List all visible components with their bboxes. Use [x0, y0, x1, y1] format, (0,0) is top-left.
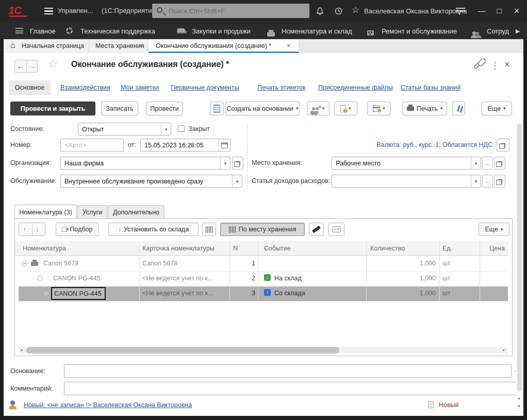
tab-nomenclature[interactable]: Номенклатура (3)	[14, 205, 77, 219]
cell-event[interactable]: Со склада	[274, 290, 362, 297]
basis-input[interactable]	[68, 367, 507, 375]
create-based-on-button[interactable]: Создать на основании▾	[225, 102, 300, 115]
numeric-input-button[interactable]: 0-9	[328, 223, 344, 236]
reports-menu-button[interactable]: ▾	[367, 102, 391, 115]
col-header-price[interactable]: Цена	[480, 245, 505, 252]
state-combo[interactable]: Открыт ▾	[78, 123, 171, 136]
by-storage-place-toggle[interactable]: По месту хранения	[220, 223, 305, 236]
more-menu-dots-icon[interactable]: ⋮	[490, 60, 499, 71]
organization-open-button[interactable]	[232, 157, 243, 170]
section-employees[interactable]: Сотруд	[472, 27, 476, 37]
cell-nomenclature[interactable]: CANON PG-445	[53, 275, 137, 282]
document-structure-button[interactable]	[210, 102, 224, 115]
forward-button[interactable]: →	[29, 62, 36, 70]
col-header-nomenclature[interactable]: Номенклатура	[23, 245, 66, 252]
dropdown-icon[interactable]: ▾	[471, 175, 481, 187]
nav-link-primary-documents[interactable]: Первичные документы	[171, 84, 239, 91]
cell-unit[interactable]: шт	[442, 260, 473, 267]
cell-quantity[interactable]: 1,000	[366, 260, 436, 267]
service-tools-button[interactable]	[452, 102, 465, 115]
ribbon-scroll-right-icon[interactable]: ▶	[516, 28, 520, 35]
close-window-button[interactable]: ×	[509, 4, 524, 18]
cell-card[interactable]: Canon 5678	[142, 260, 227, 267]
dropdown-icon[interactable]: ▾	[161, 123, 171, 135]
comment-input[interactable]	[68, 385, 518, 392]
write-button[interactable]: Записать	[101, 102, 138, 115]
cell-nomenclature[interactable]: CANON PG-445	[54, 290, 105, 297]
organization-combo[interactable]: Наша фирма ▾	[60, 157, 230, 170]
comment-field[interactable]	[64, 382, 522, 395]
nav-link-attached-files[interactable]: Присоединенные файлы	[318, 84, 393, 91]
favorites-star-icon[interactable]: ☆	[352, 5, 359, 15]
basis-field[interactable]	[64, 364, 512, 378]
maximize-button[interactable]: □	[492, 4, 506, 18]
cell-n[interactable]: 2	[229, 275, 255, 282]
cell-n[interactable]: 1	[229, 260, 255, 267]
expense-item-choose-button[interactable]: ...	[482, 175, 493, 188]
scanner-device-button[interactable]	[309, 223, 324, 236]
service-combo[interactable]: Внутреннее обслуживание произведено сраз…	[60, 175, 242, 188]
global-search[interactable]	[152, 4, 309, 18]
section-nomenclature-warehouse[interactable]: Номенклатура и склад	[267, 27, 275, 37]
currency-info-link[interactable]: Валюта: руб., курс: 1; Облагается НДС	[309, 141, 492, 148]
current-user-name[interactable]: Васелевская Оксана Викторовна	[364, 7, 467, 15]
datetime-field[interactable]: 15.05.2023 16:28:05	[140, 139, 230, 152]
closed-checkbox[interactable]	[178, 125, 185, 132]
service-menu-icon[interactable]	[456, 8, 465, 12]
storage-place-open-button[interactable]	[494, 157, 505, 170]
items-more-button[interactable]: Еще▾	[479, 223, 509, 236]
collapse-group-icon[interactable]	[22, 261, 27, 266]
expense-item-combo[interactable]: ▾	[332, 175, 481, 188]
cell-unit[interactable]: шт	[442, 290, 473, 297]
nav-link-label-printing[interactable]: Печать этикеток	[257, 84, 305, 91]
notifications-bell-icon[interactable]	[316, 7, 324, 18]
hscroll-left-button[interactable]: ◂	[20, 348, 23, 352]
close-form-icon[interactable]: ×	[504, 59, 510, 70]
col-header-quantity[interactable]: Количество	[370, 245, 405, 252]
nav-link-my-notes[interactable]: Мои заметки	[121, 84, 159, 91]
pick-button[interactable]: Подбор	[56, 223, 99, 236]
nav-link-interactions[interactable]: Взаимодействия	[60, 84, 110, 91]
barcode-scan-button[interactable]	[202, 223, 216, 236]
tab-additional[interactable]: Дополнительно	[108, 205, 164, 219]
expense-item-open-button[interactable]	[494, 175, 505, 188]
col-header-unit[interactable]: Ед.	[442, 245, 452, 252]
vscroll-up-button[interactable]: ▴	[518, 396, 520, 400]
main-menu-icon[interactable]	[44, 8, 53, 14]
minimize-button[interactable]: —	[474, 4, 489, 18]
move-down-button[interactable]: ↓	[36, 225, 39, 233]
section-repair-service[interactable]: Ремонт и обслуживание	[367, 27, 374, 37]
col-header-card[interactable]: Карточка номенклатуры	[142, 245, 215, 252]
col-header-event[interactable]: Событие	[264, 245, 291, 252]
calendar-button[interactable]	[218, 139, 230, 151]
print-button[interactable]: Печать▾	[402, 102, 447, 115]
cell-card[interactable]: <Не ведется учет по к...	[142, 290, 227, 297]
cell-quantity[interactable]: 1,000	[366, 275, 436, 282]
set-from-warehouse-button[interactable]: ↓Установить со склада	[108, 223, 199, 236]
move-up-button[interactable]: ↑	[23, 225, 26, 233]
vscrollbar-thumb[interactable]	[517, 124, 522, 392]
cell-nomenclature[interactable]: Canon 5678	[43, 260, 137, 267]
back-button[interactable]: ←	[17, 62, 24, 70]
favorite-star-icon[interactable]: ☆	[47, 57, 58, 71]
contacts-menu-button[interactable]: ▾	[307, 102, 330, 115]
tab-service-completion[interactable]: Окончание обслуживания (создание) * ×	[149, 39, 299, 53]
dropdown-icon[interactable]: ▾	[232, 175, 242, 187]
number-input[interactable]	[64, 142, 120, 149]
post-and-close-button[interactable]: Провести и закрыть	[10, 102, 95, 115]
search-input[interactable]	[152, 4, 309, 18]
tab-storage-places[interactable]: Места хранения ×	[89, 39, 149, 53]
focused-cell[interactable]: CANON PG-445	[51, 287, 106, 300]
number-field[interactable]	[60, 139, 124, 152]
cell-n[interactable]: 3	[229, 290, 255, 297]
currency-open-button[interactable]	[497, 139, 509, 152]
document-status-link[interactable]: Новый: <не записан !> Васелевская Оксана…	[24, 401, 192, 409]
post-button[interactable]: Провести	[146, 102, 183, 115]
history-icon[interactable]	[334, 7, 343, 18]
tab-home[interactable]: ⌂ Начальная страница	[4, 39, 89, 53]
vscroll-down-button[interactable]: ▾	[518, 404, 520, 409]
storage-place-combo[interactable]: Рабочее место ▾	[332, 157, 481, 170]
dropdown-icon[interactable]: ▾	[220, 157, 230, 169]
hscrollbar-thumb[interactable]	[26, 347, 339, 354]
cell-quantity[interactable]: 1,000	[366, 290, 436, 297]
